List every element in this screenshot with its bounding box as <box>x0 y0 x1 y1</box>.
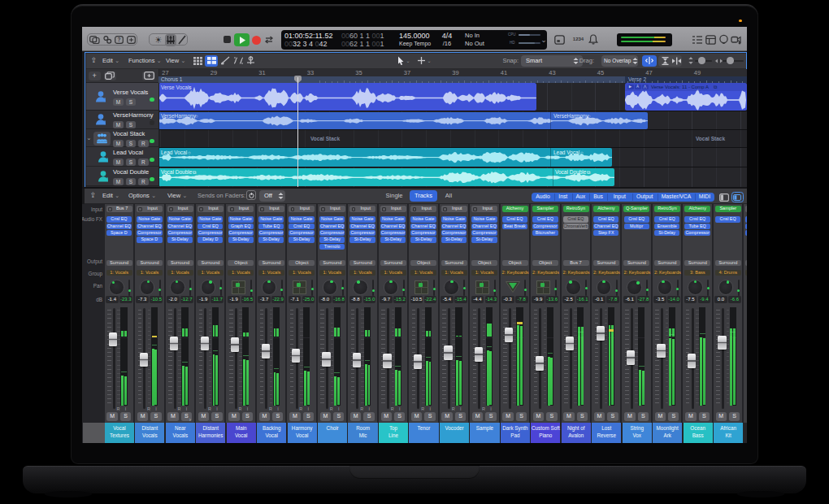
svg-text:?: ? <box>118 37 121 42</box>
